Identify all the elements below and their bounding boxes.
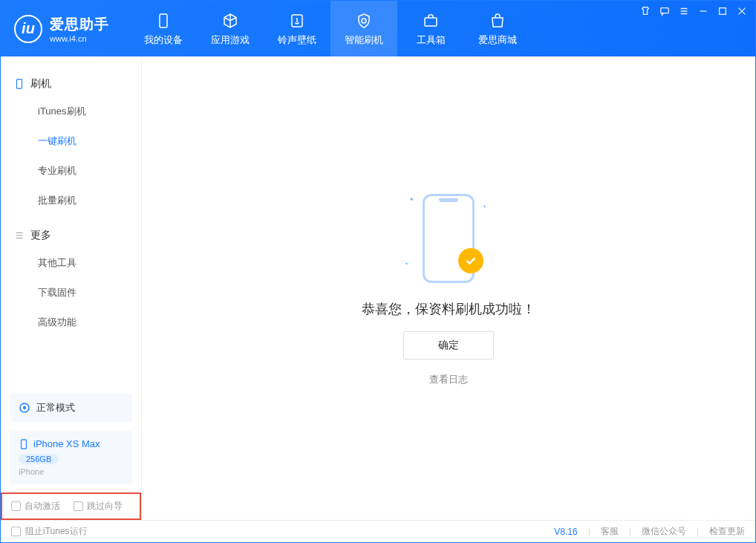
svg-point-5 — [731, 518, 734, 522]
svg-rect-9 — [22, 439, 27, 448]
svg-rect-6 — [17, 79, 22, 88]
sidebar-item-itunes-flash[interactable]: iTunes刷机 — [1, 97, 141, 126]
checkbox-icon — [11, 527, 21, 536]
title-bar: iu 爱思助手 www.i4.cn 我的设备 应用游戏 铃声壁纸 智能刷机 — [1, 1, 755, 56]
app-subtitle: www.i4.cn — [50, 34, 109, 43]
nav-apps-games[interactable]: 应用游戏 — [197, 1, 264, 56]
nav-label: 智能刷机 — [345, 33, 383, 47]
minimize-button[interactable] — [697, 5, 709, 17]
nav-label: 爱思商城 — [478, 33, 517, 47]
device-type-label: iPhone — [19, 467, 123, 476]
sidebar-item-batch-flash[interactable]: 批量刷机 — [1, 186, 141, 215]
status-bar: 阻止iTunes运行 V8.16 | 客服 | 微信公众号 | 检查更新 — [1, 520, 755, 542]
nav-label: 应用游戏 — [211, 33, 250, 47]
menu-icon[interactable] — [678, 5, 690, 17]
highlighted-checkbox-row: 自动激活 跳过向导 — [1, 492, 141, 520]
svg-rect-0 — [160, 14, 167, 27]
version-label: V8.16 — [554, 527, 577, 537]
skip-guide-checkbox[interactable]: 跳过向导 — [74, 500, 123, 513]
device-card[interactable]: iPhone XS Max 256GB iPhone — [10, 431, 132, 484]
check-badge-icon — [458, 248, 483, 273]
sidebar-item-advanced[interactable]: 高级功能 — [1, 308, 141, 337]
sidebar-section-flash: 刷机 — [1, 71, 141, 97]
feedback-icon[interactable] — [659, 5, 671, 17]
sidebar-section-more: 更多 — [1, 223, 141, 248]
maximize-button[interactable] — [717, 5, 729, 17]
cube-icon — [221, 11, 240, 30]
download-button[interactable] — [690, 511, 712, 533]
device-phone-icon — [19, 439, 29, 449]
svg-point-8 — [23, 406, 26, 409]
phone-icon — [154, 11, 173, 30]
app-title: 爱思助手 — [50, 15, 109, 34]
user-button[interactable] — [721, 511, 743, 533]
shopping-bag-icon — [488, 11, 507, 30]
close-button[interactable] — [736, 5, 748, 17]
checkbox-label: 阻止iTunes运行 — [25, 525, 88, 538]
list-icon — [14, 230, 25, 241]
device-capacity-badge: 256GB — [19, 454, 59, 464]
sidebar-item-oneclick-flash[interactable]: 一键刷机 — [1, 126, 141, 156]
logo-icon: iu — [14, 15, 42, 43]
sidebar-item-other-tools[interactable]: 其他工具 — [1, 248, 141, 278]
main-content: ✦ ✦ ✦ 恭喜您，保资料刷机成功啦！ 确定 查看日志 — [142, 56, 755, 520]
sidebar-item-download-firmware[interactable]: 下载固件 — [1, 278, 141, 308]
mode-icon — [19, 402, 30, 414]
nav-label: 铃声壁纸 — [278, 33, 316, 47]
app-logo: iu 爱思助手 www.i4.cn — [1, 1, 123, 56]
footer-link-wechat[interactable]: 微信公众号 — [642, 525, 686, 538]
nav-store[interactable]: 爱思商城 — [464, 1, 531, 56]
checkbox-icon — [74, 501, 83, 511]
nav-label: 工具箱 — [417, 33, 446, 47]
success-message: 恭喜您，保资料刷机成功啦！ — [362, 300, 535, 318]
mode-label: 正常模式 — [36, 401, 75, 414]
device-name-label: iPhone XS Max — [33, 438, 100, 449]
svg-rect-3 — [661, 8, 669, 13]
nav-smart-flash[interactable]: 智能刷机 — [330, 1, 397, 56]
checkbox-label: 自动激活 — [25, 500, 60, 513]
sparkle-icon: ✦ — [483, 204, 486, 209]
checkbox-icon — [11, 501, 21, 511]
view-log-link[interactable]: 查看日志 — [429, 373, 468, 386]
phone-outline-icon — [14, 79, 25, 89]
top-nav: 我的设备 应用游戏 铃声壁纸 智能刷机 工具箱 爱思商城 — [130, 1, 531, 56]
sparkle-icon: ✦ — [405, 261, 408, 266]
refresh-shield-icon — [354, 11, 374, 30]
sidebar-section-title: 刷机 — [30, 77, 51, 91]
checkbox-label: 跳过向导 — [87, 500, 123, 513]
sidebar: 刷机 iTunes刷机 一键刷机 专业刷机 批量刷机 更多 其他工具 下载固件 … — [1, 56, 142, 520]
ok-button[interactable]: 确定 — [403, 331, 494, 360]
sidebar-item-pro-flash[interactable]: 专业刷机 — [1, 156, 141, 186]
sidebar-section-title: 更多 — [30, 229, 51, 242]
nav-my-device[interactable]: 我的设备 — [130, 1, 197, 56]
nav-ringtone-wallpaper[interactable]: 铃声壁纸 — [264, 1, 330, 56]
toolbox-icon — [421, 11, 440, 30]
nav-toolbox[interactable]: 工具箱 — [397, 1, 464, 56]
svg-rect-2 — [425, 18, 437, 26]
svg-rect-4 — [720, 8, 726, 15]
music-note-icon — [287, 11, 307, 30]
nav-label: 我的设备 — [144, 33, 183, 47]
footer-link-support[interactable]: 客服 — [601, 525, 619, 538]
auto-activate-checkbox[interactable]: 自动激活 — [11, 500, 60, 513]
tshirt-icon[interactable] — [639, 5, 651, 17]
success-illustration: ✦ ✦ ✦ — [400, 190, 497, 287]
sparkle-icon: ✦ — [409, 196, 414, 203]
mode-card[interactable]: 正常模式 — [10, 394, 132, 422]
block-itunes-checkbox[interactable]: 阻止iTunes运行 — [11, 525, 88, 538]
